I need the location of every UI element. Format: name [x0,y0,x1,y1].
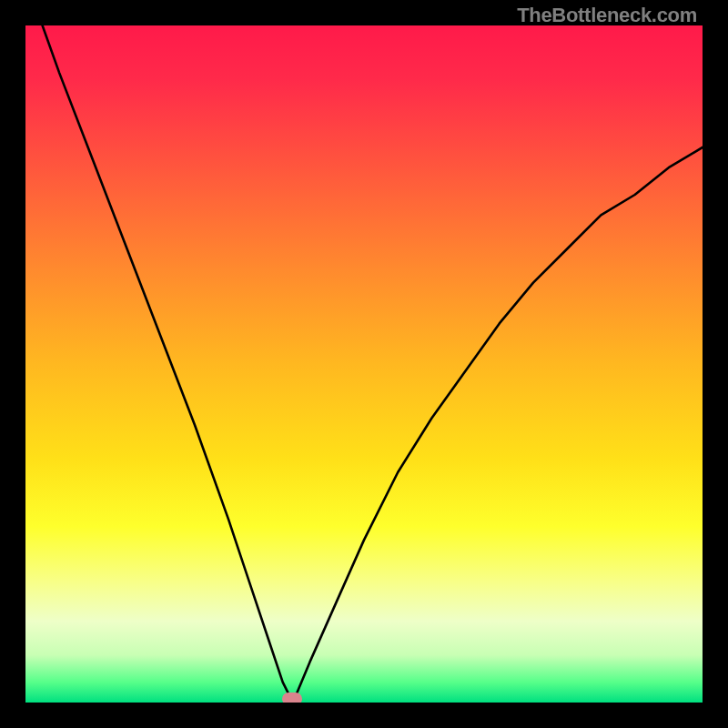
optimal-marker [282,693,302,703]
watermark-label: TheBottleneck.com [517,4,697,27]
chart-frame: TheBottleneck.com [0,0,728,728]
bottleneck-curve [25,25,703,703]
plot-area [25,25,703,703]
